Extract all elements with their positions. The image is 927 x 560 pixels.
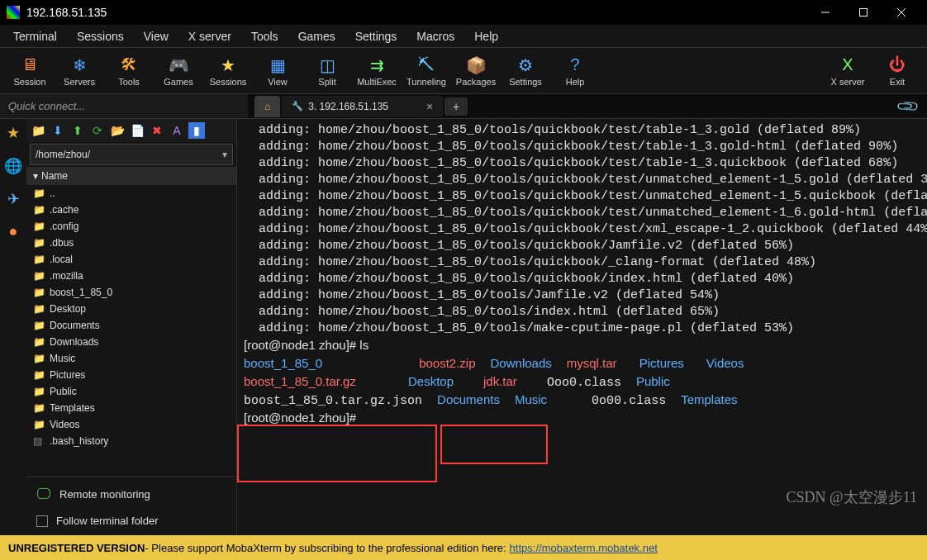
toolbar-tunneling-button[interactable]: ⛏Tunneling	[402, 55, 451, 87]
remote-monitoring-button[interactable]: 🖵 Remote monitoring	[36, 486, 226, 503]
new-file-icon[interactable]: 📄	[129, 122, 145, 139]
upload-icon[interactable]: ⬆	[69, 122, 86, 139]
file-item[interactable]: 📁.cache	[26, 202, 236, 218]
folder-icon: 📁	[33, 303, 45, 315]
status-text: - Please support MobaXterm by subscribin…	[145, 542, 506, 554]
globe-icon[interactable]: 🌐	[4, 157, 22, 175]
tab-close-icon[interactable]: ×	[426, 100, 433, 113]
close-button[interactable]	[882, 0, 920, 25]
folder-icon: 📁	[33, 353, 45, 364]
folder-up-icon[interactable]: 📁	[30, 122, 46, 139]
file-item[interactable]: 📁Templates	[26, 400, 236, 416]
file-item[interactable]: 📁boost_1_85_0	[26, 284, 236, 301]
toolbar-packages-button[interactable]: 📦Packages	[451, 55, 501, 87]
attachment-icon[interactable]: 📎	[895, 93, 920, 119]
path-input[interactable]: /home/zhou/ ▾	[30, 144, 233, 165]
toolbar-tools-button[interactable]: 🛠Tools	[104, 55, 154, 87]
toolbar-split-button[interactable]: ◫Split	[302, 55, 352, 87]
star-icon[interactable]: ★	[7, 124, 20, 142]
toolbar-help-button[interactable]: ?Help	[550, 55, 600, 87]
file-item[interactable]: 📁Documents	[26, 317, 236, 334]
terminal-toggle-icon[interactable]: ▮	[188, 122, 205, 139]
file-item[interactable]: 📁.dbus	[26, 235, 236, 251]
follow-terminal-checkbox[interactable]: Follow terminal folder	[36, 515, 226, 527]
toolbar-sessions-button[interactable]: ★Sessions	[203, 55, 253, 87]
folder-icon: 📁	[33, 369, 45, 381]
toolbar-session-button[interactable]: 🖥Session	[5, 55, 55, 87]
maximize-button[interactable]	[844, 0, 882, 25]
menu-sessions[interactable]: Sessions	[67, 26, 134, 46]
edit-icon[interactable]: A	[169, 122, 185, 139]
menu-games[interactable]: Games	[288, 26, 345, 46]
file-item[interactable]: 📁.mozilla	[26, 268, 236, 284]
highlight-box-1	[237, 425, 437, 482]
status-link[interactable]: https://mobaxterm.mobatek.net	[510, 542, 658, 554]
file-item[interactable]: 📁.local	[26, 251, 236, 268]
folder-icon: 📁	[33, 221, 45, 232]
menu-help[interactable]: Help	[464, 26, 508, 46]
servers-icon: ❄	[69, 55, 89, 75]
menu-bar: Terminal Sessions View X server Tools Ga…	[0, 25, 927, 48]
sessions-icon: ★	[218, 55, 238, 75]
toolbar-settings-button[interactable]: ⚙Settings	[501, 55, 550, 87]
tools-icon: 🛠	[119, 55, 139, 75]
tab-session[interactable]: 🔧 3. 192.168.51.135 ×	[282, 96, 443, 117]
column-header-name[interactable]: ▾ Name	[26, 167, 236, 185]
multiexec-icon: ⇉	[367, 55, 387, 75]
terminal-output[interactable]: adding: home/zhou/boost_1_85_0/tools/qui…	[237, 119, 927, 535]
unregistered-label: UNREGISTERED VERSION	[8, 542, 145, 554]
view-icon: ▦	[268, 55, 288, 75]
file-item[interactable]: 📁Desktop	[26, 301, 236, 317]
tab-add-button[interactable]: +	[444, 97, 468, 116]
menu-terminal[interactable]: Terminal	[3, 26, 67, 46]
file-item[interactable]: ▤.bash_history	[26, 433, 236, 449]
tab-label: 3. 192.168.51.135	[308, 101, 388, 112]
file-icon: ▤	[33, 435, 45, 447]
minimize-button[interactable]	[806, 0, 844, 25]
file-item[interactable]: 📁Public	[26, 383, 236, 400]
file-item[interactable]: 📁Music	[26, 350, 236, 367]
menu-settings[interactable]: Settings	[345, 26, 407, 46]
menu-macros[interactable]: Macros	[406, 26, 464, 46]
chevron-down-icon[interactable]: ▾	[222, 149, 227, 160]
toolbar-multiexec-button[interactable]: ⇉MultiExec	[352, 55, 402, 87]
quick-connect-input[interactable]: Quick connect...	[0, 94, 248, 118]
toolbar-servers-button[interactable]: ❄Servers	[55, 55, 104, 87]
folder-up-icon: 📁	[33, 187, 45, 199]
tab-home[interactable]: ⌂	[254, 96, 280, 117]
menu-xserver[interactable]: X server	[178, 26, 241, 46]
delete-icon[interactable]: ✖	[149, 122, 165, 139]
toolbar-xserver-button[interactable]: XX server	[823, 55, 872, 87]
monitor-icon: 🖵	[36, 486, 51, 503]
file-item[interactable]: 📁Downloads	[26, 334, 236, 350]
sort-icon: ▾	[33, 170, 38, 182]
paper-plane-icon[interactable]: ✈	[7, 190, 20, 208]
status-bar: UNREGISTERED VERSION - Please support Mo…	[0, 535, 927, 560]
toolbar-view-button[interactable]: ▦View	[253, 55, 302, 87]
file-list[interactable]: 📁..📁.cache📁.config📁.dbus📁.local📁.mozilla…	[26, 185, 236, 477]
app-logo-icon	[7, 6, 20, 19]
menu-tools[interactable]: Tools	[241, 26, 288, 46]
toolbar-games-button[interactable]: 🎮Games	[154, 55, 203, 87]
quick-row: Quick connect... ⌂ 🔧 3. 192.168.51.135 ×…	[0, 94, 927, 119]
window-title: 192.168.51.135	[26, 6, 806, 19]
sftp-sidebar: 📁 ⬇ ⬆ ⟳ 📂 📄 ✖ A ▮ /home/zhou/ ▾ ▾ Name 📁…	[26, 119, 237, 535]
toolbar-exit-button[interactable]: ⏻Exit	[872, 55, 922, 87]
folder-icon: 📁	[33, 287, 45, 298]
file-item[interactable]: 📁.config	[26, 218, 236, 235]
download-icon[interactable]: ⬇	[50, 122, 66, 139]
settings-icon: ⚙	[516, 55, 535, 75]
refresh-icon[interactable]: ⟳	[89, 122, 106, 139]
new-folder-icon[interactable]: 📂	[109, 122, 126, 139]
file-item[interactable]: 📁Videos	[26, 416, 236, 433]
file-item[interactable]: 📁..	[26, 185, 236, 202]
menu-view[interactable]: View	[134, 26, 178, 46]
highlight-box-2	[440, 425, 548, 464]
svg-rect-0	[860, 9, 868, 17]
file-item[interactable]: 📁Pictures	[26, 367, 236, 383]
circle-icon[interactable]: ●	[9, 223, 18, 240]
folder-icon: 📁	[33, 254, 45, 265]
folder-icon: 📁	[33, 419, 45, 430]
title-bar: 192.168.51.135	[0, 0, 927, 25]
folder-icon: 📁	[33, 402, 45, 414]
